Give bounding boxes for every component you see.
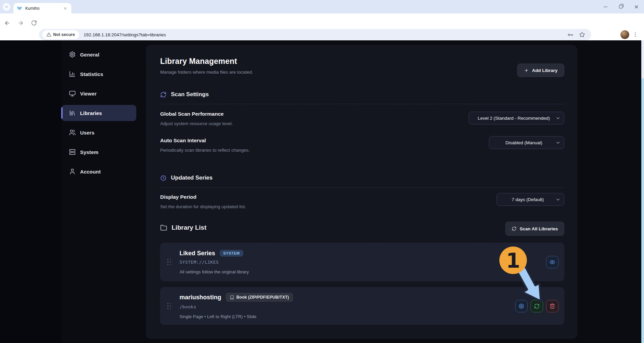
chevron-down-icon [556,197,561,202]
library-name: mariushosting [180,294,221,301]
field-label: Global Scan Performance [160,111,224,117]
add-library-button[interactable]: Add Library [517,64,564,77]
profile-avatar[interactable] [620,30,629,39]
reload-button[interactable] [29,18,39,28]
window-controls [598,0,644,13]
sidebar-item-viewer[interactable]: Viewer [62,85,136,102]
address-bar[interactable]: Not secure 192.168.1.18:2047/settings?ta… [39,29,591,40]
active-accent-bar [61,107,63,119]
refresh-icon [512,226,516,231]
refresh-icon [160,91,167,98]
chevron-down-icon [556,116,561,121]
sidebar-label: Viewer [80,91,97,97]
library-name: Liked Series [180,250,215,257]
divider [160,187,564,188]
sidebar-item-libraries[interactable]: Libraries [62,105,136,121]
scan-settings-header: Scan Settings [160,91,209,98]
password-key-icon[interactable] [567,32,574,38]
view-library-button[interactable] [546,256,559,268]
page-scrollbar-track[interactable] [641,40,644,343]
display-period-select[interactable]: 7 days (Default) [497,193,564,206]
folder-icon [160,224,167,231]
sidebar-item-statistics[interactable]: Statistics [62,66,136,82]
tab-close-icon[interactable] [63,6,68,11]
browser-window: Kumiho [0,0,644,343]
book-type-badge: Book (ZIP/PDF/EPUB/TXT) [226,293,293,302]
users-icon [69,129,76,136]
clock-icon [160,175,167,181]
sidebar-item-users[interactable]: Users [62,124,136,141]
library-settings-button[interactable] [515,300,528,312]
library-entry-mariushosting: mariushosting Book (ZIP/PDF/EPUB/TXT) /b… [160,287,564,325]
field-label: Auto Scan Interval [160,138,206,144]
delete-library-button[interactable] [546,300,559,312]
library-path: /books [180,304,515,309]
sidebar-label: Users [80,130,95,136]
library-entry-liked-series: Liked Series SYSTEM SYSTEM://LIKES All s… [160,243,564,281]
library-path: SYSTEM://LIKES [180,260,546,265]
security-label: Not secure [53,32,75,37]
browser-tab[interactable]: Kumiho [13,3,71,13]
chevron-down-icon [4,5,9,9]
field-description: Periodically scan libraries to reflect c… [160,148,250,153]
library-meta: All settings follow the original library [180,269,546,274]
back-button[interactable] [2,18,12,28]
tab-search-button[interactable] [3,3,10,11]
site-security-chip[interactable]: Not secure [42,30,79,39]
left-rail [0,40,62,343]
refresh-icon [534,303,540,309]
sidebar-label: Statistics [80,71,103,77]
tab-title: Kumiho [25,6,63,11]
url-text: 192.168.1.18:2047/settings?tab=libraries [84,32,567,37]
library-management-panel: Library Management Manage folders where … [146,45,577,339]
kumiho-favicon-icon [17,6,22,11]
field-label: Display Period [160,194,196,200]
chevron-down-icon [556,140,561,145]
drag-handle-icon[interactable] [167,259,171,265]
trash-icon [549,303,555,309]
warning-icon [46,32,51,37]
server-icon [69,149,76,155]
gear-icon [518,303,524,309]
browser-toolbar: Not secure 192.168.1.18:2047/settings?ta… [0,13,644,40]
bar-chart-icon [69,71,76,77]
settings-sidebar: General Statistics Viewer Libraries User… [62,46,136,183]
library-meta: Single Page • Left to Right (LTR) • Slid… [180,314,515,319]
updated-series-header: Updated Series [160,175,213,181]
system-badge: SYSTEM [220,250,244,257]
book-icon [230,295,234,300]
browser-menu-icon[interactable] [631,31,639,39]
scan-all-libraries-button[interactable]: Scan All Libraries [505,222,564,236]
window-minimize-button[interactable] [598,0,613,13]
drag-handle-icon[interactable] [167,303,171,309]
forward-button[interactable] [15,18,26,28]
plus-icon [524,68,529,73]
library-list-header: Library List [160,224,206,231]
auto-scan-interval-select[interactable]: Disabled (Manual) [489,136,564,149]
window-close-button[interactable] [629,0,644,13]
global-scan-performance-select[interactable]: Level 2 (Standard - Recommended) [469,112,564,124]
bookmark-star-icon[interactable] [579,32,585,38]
page-title: Library Management [160,57,253,66]
sidebar-item-account[interactable]: Account [62,163,136,180]
sidebar-label: Libraries [80,110,102,116]
person-icon [69,168,76,175]
sidebar-item-system[interactable]: System [62,144,136,160]
field-description: Set the duration for displaying updated … [160,204,246,209]
page-scrollbar-thumb[interactable] [641,78,644,343]
field-description: Adjust system resource usage level. [160,121,233,126]
sidebar-label: Account [80,169,101,175]
page-subtitle: Manage folders where media files are loc… [160,70,253,75]
divider [160,104,564,104]
page-content: General Statistics Viewer Libraries User… [0,40,644,343]
monitor-icon [69,90,76,97]
sidebar-label: System [80,149,99,155]
eye-icon [549,259,555,265]
scan-library-button[interactable] [531,300,543,312]
sidebar-item-general[interactable]: General [62,46,136,63]
sidebar-label: General [80,52,99,58]
library-icon [69,110,76,116]
browser-tabstrip: Kumiho [0,0,644,13]
gear-icon [69,51,76,58]
window-restore-button[interactable] [613,0,629,13]
